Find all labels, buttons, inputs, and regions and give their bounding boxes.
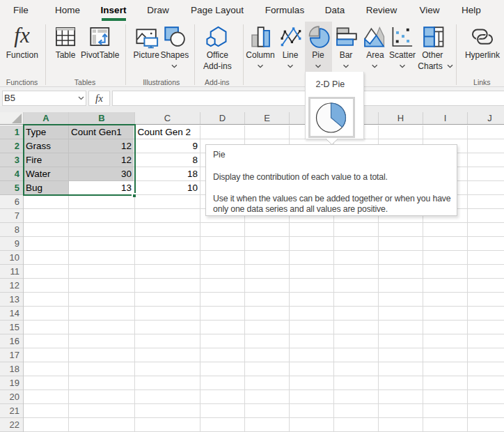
svg-text:fx: fx (14, 23, 30, 47)
